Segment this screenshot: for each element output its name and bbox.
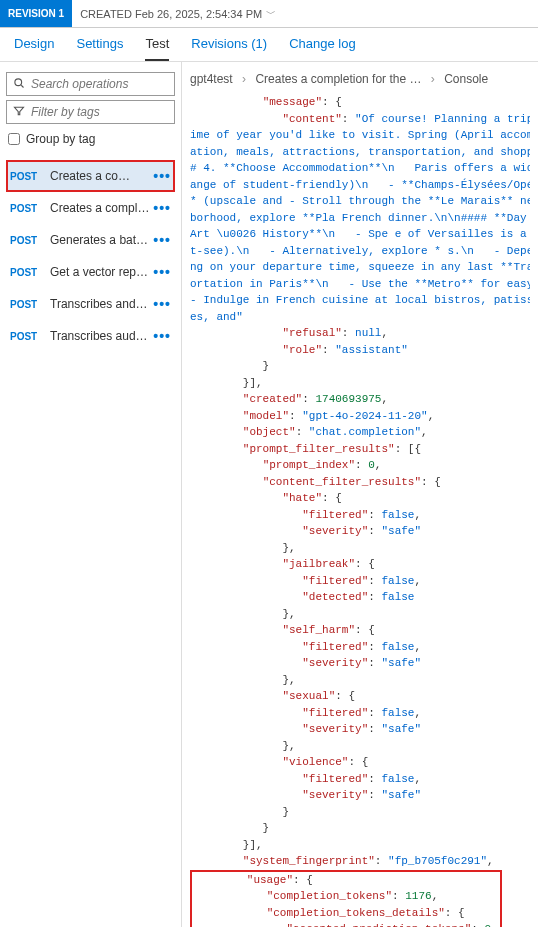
svg-point-0	[15, 78, 22, 85]
tab-bar: Design Settings Test Revisions (1) Chang…	[0, 28, 538, 62]
json-value: null	[355, 327, 381, 339]
search-input[interactable]	[31, 77, 168, 91]
tab-test[interactable]: Test	[145, 36, 169, 61]
header-bar: REVISION 1 CREATED Feb 26, 2025, 2:54:34…	[0, 0, 538, 28]
operation-label: Transcribes audio…	[50, 329, 150, 343]
json-value: safe	[388, 525, 414, 537]
json-response-body: "message": { "content": "Of course! Plan…	[190, 94, 530, 927]
operation-item[interactable]: POST Creates a comple… •••	[6, 160, 175, 192]
operation-label: Creates a comple…	[50, 201, 150, 215]
operation-label: Creates a comple…	[50, 169, 140, 183]
http-method: POST	[10, 203, 40, 214]
tab-changelog[interactable]: Change log	[289, 36, 356, 61]
json-value: 0	[484, 923, 491, 927]
operation-label: Transcribes and t…	[50, 297, 150, 311]
more-icon[interactable]: •••	[153, 328, 171, 344]
operation-item[interactable]: POST Get a vector repr… •••	[6, 256, 175, 288]
created-timestamp[interactable]: CREATED Feb 26, 2025, 2:54:34 PM ﹀	[72, 7, 284, 21]
json-value: false	[381, 773, 414, 785]
breadcrumb-seg: Console	[444, 72, 488, 86]
json-value: gpt-4o-2024-11-20	[309, 410, 421, 422]
http-method: POST	[10, 171, 40, 182]
chevron-right-icon: ›	[431, 72, 435, 86]
svg-line-1	[21, 85, 23, 87]
search-operations-box[interactable]	[6, 72, 175, 96]
filter-icon	[13, 105, 25, 120]
tab-settings[interactable]: Settings	[76, 36, 123, 61]
http-method: POST	[10, 235, 40, 246]
filter-tags-box[interactable]	[6, 100, 175, 124]
tab-design[interactable]: Design	[14, 36, 54, 61]
http-method: POST	[10, 299, 40, 310]
filter-input[interactable]	[31, 105, 168, 119]
more-icon[interactable]: •••	[153, 232, 171, 248]
more-icon[interactable]: •••	[153, 264, 171, 280]
http-method: POST	[10, 331, 40, 342]
usage-highlight: "usage": { "completion_tokens": 1176, "c…	[190, 870, 502, 928]
operations-list: POST Creates a comple… ••• POST Creates …	[6, 160, 175, 352]
more-icon[interactable]: •••	[153, 296, 171, 312]
sidebar: Group by tag POST Creates a comple… ••• …	[0, 62, 182, 927]
breadcrumb: gpt4test › Creates a completion for the …	[190, 72, 530, 94]
revision-badge: REVISION 1	[0, 0, 72, 27]
operation-item[interactable]: POST Transcribes audio… •••	[6, 320, 175, 352]
operation-item[interactable]: POST Creates a comple… •••	[6, 192, 175, 224]
content-pane: gpt4test › Creates a completion for the …	[182, 62, 538, 927]
created-label: CREATED Feb 26, 2025, 2:54:34 PM	[80, 8, 262, 20]
json-value: false	[381, 707, 414, 719]
json-value: assistant	[342, 344, 401, 356]
more-icon[interactable]: •••	[153, 168, 171, 184]
more-icon[interactable]: •••	[153, 200, 171, 216]
json-value: safe	[388, 657, 414, 669]
json-value: false	[381, 591, 414, 603]
json-value: chat.completion	[315, 426, 414, 438]
json-value: safe	[388, 723, 414, 735]
tab-revisions[interactable]: Revisions (1)	[191, 36, 267, 61]
json-value: fp_b705f0c291	[395, 855, 481, 867]
breadcrumb-seg[interactable]: Creates a completion for the …	[255, 72, 421, 86]
svg-marker-2	[15, 107, 24, 115]
json-value: 1176	[405, 890, 431, 902]
json-value: false	[381, 575, 414, 587]
json-value: Of course! Planning a trip to Paris is -…	[190, 113, 530, 323]
search-icon	[13, 77, 25, 92]
main-area: Group by tag POST Creates a comple… ••• …	[0, 62, 538, 927]
operation-item[interactable]: POST Transcribes and t… •••	[6, 288, 175, 320]
group-by-tag-input[interactable]	[8, 133, 20, 145]
json-value: 0	[368, 459, 375, 471]
chevron-right-icon: ›	[242, 72, 246, 86]
json-value: safe	[388, 789, 414, 801]
operation-item[interactable]: POST Generates a batc… •••	[6, 224, 175, 256]
breadcrumb-seg[interactable]: gpt4test	[190, 72, 233, 86]
chevron-down-icon: ﹀	[266, 7, 276, 21]
operation-label: Get a vector repr…	[50, 265, 150, 279]
json-value: false	[381, 641, 414, 653]
json-value: 1740693975	[315, 393, 381, 405]
group-by-tag-checkbox[interactable]: Group by tag	[6, 128, 175, 156]
json-value: false	[381, 509, 414, 521]
group-by-tag-label: Group by tag	[26, 132, 95, 146]
http-method: POST	[10, 267, 40, 278]
operation-label: Generates a batc…	[50, 233, 150, 247]
